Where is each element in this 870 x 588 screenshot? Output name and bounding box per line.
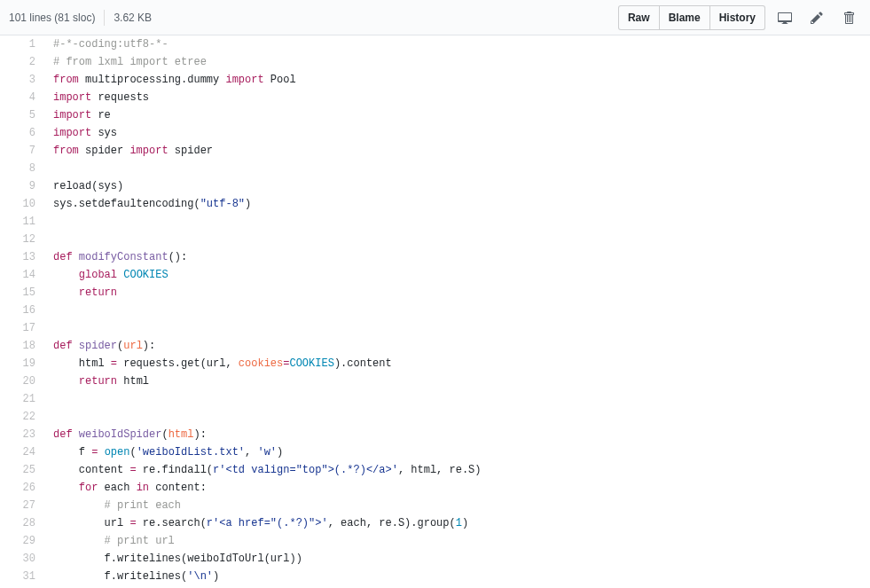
code-content: from spider import spider [44, 142, 870, 160]
line-number[interactable]: 6 [0, 124, 44, 142]
view-mode-group: Raw Blame History [618, 5, 765, 30]
code-content: def modifyConstant(): [44, 248, 870, 266]
code-line: 5import re [0, 106, 870, 124]
code-content [44, 160, 870, 177]
line-number[interactable]: 31 [0, 568, 44, 585]
line-number[interactable]: 9 [0, 177, 44, 195]
code-content: return html [44, 372, 870, 390]
code-line: 4import requests [0, 89, 870, 106]
line-number[interactable]: 22 [0, 408, 44, 426]
code-line: 21 [0, 390, 870, 408]
code-line: 16 [0, 302, 870, 319]
code-line: 13def modifyConstant(): [0, 248, 870, 266]
line-number[interactable]: 15 [0, 284, 44, 302]
code-line: 9reload(sys) [0, 177, 870, 195]
line-number[interactable]: 30 [0, 550, 44, 568]
code-line: 2# from lxml import etree [0, 53, 870, 71]
line-number[interactable]: 3 [0, 71, 44, 89]
line-number[interactable]: 14 [0, 266, 44, 284]
pencil-icon[interactable] [804, 5, 829, 30]
line-number[interactable]: 13 [0, 248, 44, 266]
line-number[interactable]: 28 [0, 514, 44, 532]
code-line: 22 [0, 408, 870, 426]
code-content: html = requests.get(url, cookies=COOKIES… [44, 355, 870, 372]
code-content: url = re.search(r'<a href="(.*?)">', eac… [44, 514, 870, 532]
code-content [44, 302, 870, 319]
line-number[interactable]: 5 [0, 106, 44, 124]
code-line: 3from multiprocessing.dummy import Pool [0, 71, 870, 89]
line-number[interactable]: 11 [0, 213, 44, 231]
line-number[interactable]: 19 [0, 355, 44, 372]
code-line: 27 # print each [0, 497, 870, 514]
line-number[interactable]: 25 [0, 461, 44, 479]
code-line: 24 f = open('weiboIdList.txt', 'w') [0, 443, 870, 461]
file-info: 101 lines (81 sloc) 3.62 KB [9, 10, 152, 26]
code-content [44, 231, 870, 248]
code-line: 31 f.writelines('\n') [0, 568, 870, 585]
code-line: 6import sys [0, 124, 870, 142]
code-content [44, 408, 870, 426]
lines-count: 101 lines (81 sloc) [9, 12, 95, 24]
code-content: f.writelines(weiboIdToUrl(url)) [44, 550, 870, 568]
code-line: 23def weiboIdSpider(html): [0, 426, 870, 443]
line-number[interactable]: 23 [0, 426, 44, 443]
code-content: def weiboIdSpider(html): [44, 426, 870, 443]
code-line: 19 html = requests.get(url, cookies=COOK… [0, 355, 870, 372]
code-content: f.writelines('\n') [44, 568, 870, 585]
code-line: 7from spider import spider [0, 142, 870, 160]
code-content: content = re.findall(r'<td valign="top">… [44, 461, 870, 479]
line-number[interactable]: 24 [0, 443, 44, 461]
line-number[interactable]: 26 [0, 479, 44, 497]
line-number[interactable]: 21 [0, 390, 44, 408]
code-content: # print url [44, 532, 870, 550]
line-number[interactable]: 20 [0, 372, 44, 390]
code-line: 17 [0, 319, 870, 337]
code-line: 28 url = re.search(r'<a href="(.*?)">', … [0, 514, 870, 532]
code-content: import re [44, 106, 870, 124]
code-content [44, 213, 870, 231]
code-line: 14 global COOKIES [0, 266, 870, 284]
code-line: 25 content = re.findall(r'<td valign="to… [0, 461, 870, 479]
code-line: 12 [0, 231, 870, 248]
code-content [44, 390, 870, 408]
line-number[interactable]: 8 [0, 160, 44, 177]
blame-button[interactable]: Blame [660, 5, 710, 30]
line-number[interactable]: 1 [0, 35, 44, 53]
trash-icon[interactable] [836, 5, 861, 30]
desktop-icon[interactable] [772, 5, 797, 30]
code-line: 26 for each in content: [0, 479, 870, 497]
code-line: 8 [0, 160, 870, 177]
code-line: 11 [0, 213, 870, 231]
code-line: 10sys.setdefaultencoding("utf-8") [0, 195, 870, 213]
line-number[interactable]: 27 [0, 497, 44, 514]
file-actions: Raw Blame History [618, 5, 861, 30]
line-number[interactable]: 18 [0, 337, 44, 355]
line-number[interactable]: 10 [0, 195, 44, 213]
code-content: return [44, 284, 870, 302]
line-number[interactable]: 29 [0, 532, 44, 550]
line-number[interactable]: 2 [0, 53, 44, 71]
code-content: reload(sys) [44, 177, 870, 195]
line-number[interactable]: 7 [0, 142, 44, 160]
code-content: f = open('weiboIdList.txt', 'w') [44, 443, 870, 461]
info-divider [104, 10, 105, 26]
code-content: global COOKIES [44, 266, 870, 284]
history-button[interactable]: History [710, 5, 765, 30]
line-number[interactable]: 16 [0, 302, 44, 319]
code-line: 18def spider(url): [0, 337, 870, 355]
code-content [44, 319, 870, 337]
code-content: #-*-coding:utf8-*- [44, 35, 870, 53]
code-content: import requests [44, 89, 870, 106]
code-content: def spider(url): [44, 337, 870, 355]
line-number[interactable]: 17 [0, 319, 44, 337]
code-line: 29 # print url [0, 532, 870, 550]
line-number[interactable]: 12 [0, 231, 44, 248]
code-line: 20 return html [0, 372, 870, 390]
code-listing: 1#-*-coding:utf8-*-2# from lxml import e… [0, 35, 870, 585]
code-line: 1#-*-coding:utf8-*- [0, 35, 870, 53]
line-number[interactable]: 4 [0, 89, 44, 106]
code-line: 30 f.writelines(weiboIdToUrl(url)) [0, 550, 870, 568]
raw-button[interactable]: Raw [618, 5, 660, 30]
code-content: # print each [44, 497, 870, 514]
code-content: import sys [44, 124, 870, 142]
